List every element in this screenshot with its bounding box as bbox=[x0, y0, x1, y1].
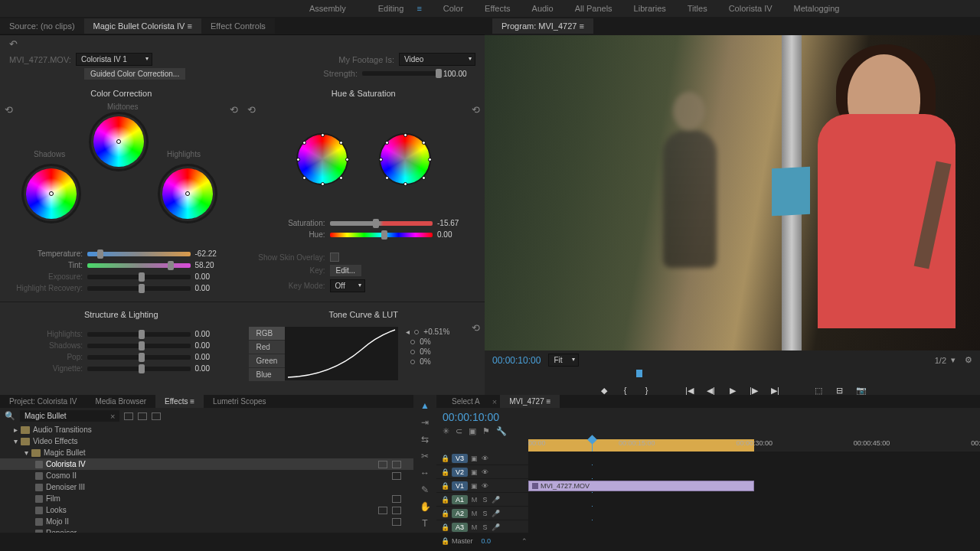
solo-icon[interactable]: S bbox=[481, 509, 489, 517]
ws-metalogging[interactable]: Metalogging bbox=[783, 4, 851, 13]
toggle-output-icon[interactable]: ▣ bbox=[470, 454, 479, 462]
eye-icon[interactable]: 👁 bbox=[481, 481, 489, 490]
track-badge[interactable]: A3 bbox=[452, 523, 468, 532]
tree-item[interactable]: Renoiser bbox=[0, 527, 413, 533]
tab-effect-controls[interactable]: Effect Controls bbox=[201, 18, 275, 34]
disclosure-icon[interactable]: ▾ bbox=[14, 437, 18, 445]
eye-icon[interactable]: 👁 bbox=[481, 454, 489, 462]
track-header[interactable]: 🔒 A3 M S 🎤 bbox=[436, 523, 528, 532]
guided-correction-button[interactable]: Guided Color Correction... bbox=[84, 68, 185, 80]
tree-item[interactable]: Film bbox=[0, 493, 413, 504]
tab-project[interactable]: Project: Colorista IV bbox=[0, 395, 86, 408]
tab-media-browser[interactable]: Media Browser bbox=[86, 395, 155, 408]
video-preview[interactable] bbox=[485, 35, 980, 350]
lock-icon[interactable]: 🔒 bbox=[441, 523, 449, 531]
slider[interactable] bbox=[87, 263, 191, 268]
toggle-output-icon[interactable]: ▣ bbox=[470, 481, 479, 490]
track-header[interactable]: 🔒 V1 ▣ 👁 bbox=[436, 481, 528, 491]
hand-tool-icon[interactable]: ✋ bbox=[419, 500, 431, 513]
tab-effects[interactable]: Effects ≡ bbox=[155, 395, 204, 408]
type-tool-icon[interactable]: T bbox=[419, 517, 431, 530]
pen-tool-icon[interactable]: ✎ bbox=[419, 484, 431, 496]
slider[interactable] bbox=[330, 221, 433, 226]
slider[interactable] bbox=[330, 233, 433, 237]
curve-channel-red[interactable]: Red bbox=[249, 341, 286, 354]
curve-pct-dot[interactable] bbox=[414, 330, 419, 334]
solo-icon[interactable]: S bbox=[481, 495, 489, 504]
tree-item[interactable]: Denoiser III bbox=[0, 481, 413, 493]
tab-lumetri[interactable]: Lumetri Scopes bbox=[204, 395, 275, 408]
footage-dropdown[interactable]: Video bbox=[399, 53, 475, 66]
track-badge[interactable]: A2 bbox=[452, 509, 468, 518]
key-edit-button[interactable]: Edit... bbox=[330, 265, 362, 276]
master-track-header[interactable]: 🔒Master0.0⌃ bbox=[436, 536, 528, 545]
lock-icon[interactable]: 🔒 bbox=[441, 536, 449, 545]
ws-assembly[interactable]: Assembly bbox=[299, 4, 357, 13]
ws-audio[interactable]: Audio bbox=[521, 4, 564, 13]
slider[interactable] bbox=[87, 286, 191, 291]
mute-icon[interactable]: M bbox=[470, 495, 479, 504]
effects-search-input[interactable] bbox=[20, 410, 119, 422]
track-lane[interactable] bbox=[528, 452, 980, 465]
track-header[interactable]: 🔒 V3 ▣ 👁 bbox=[436, 454, 528, 463]
tc-reset-icon[interactable]: ⟲ bbox=[472, 322, 480, 334]
ws-editing[interactable]: Editing ≡ bbox=[357, 4, 433, 13]
curve-channel-green[interactable]: Green bbox=[249, 354, 286, 368]
disclosure-icon[interactable]: ▾ bbox=[24, 448, 28, 457]
mute-icon[interactable]: M bbox=[470, 509, 479, 517]
slider[interactable] bbox=[87, 355, 191, 360]
ws-effects[interactable]: Effects bbox=[474, 4, 521, 13]
slider[interactable] bbox=[87, 344, 191, 348]
disclosure-icon[interactable]: ▸ bbox=[14, 425, 18, 434]
tone-curve[interactable] bbox=[285, 327, 398, 380]
voice-icon[interactable]: 🎤 bbox=[492, 509, 500, 517]
expand-icon[interactable]: ⌃ bbox=[520, 536, 528, 545]
preset-box-icon[interactable] bbox=[124, 412, 133, 420]
voice-icon[interactable]: 🎤 bbox=[492, 523, 500, 531]
timeline-tab-selecta[interactable]: Select A bbox=[443, 395, 489, 408]
resolution-chevron-icon[interactable]: ▾ bbox=[951, 355, 956, 365]
tab-source[interactable]: Source: (no clips) bbox=[0, 18, 84, 34]
selection-tool-icon[interactable]: ▲ bbox=[419, 399, 431, 412]
track-select-tool-icon[interactable]: ⇥ bbox=[419, 416, 431, 429]
timeline-ruler[interactable]: 00:00 00:00:15:00 00:00:30:00 00:00:45:0… bbox=[528, 439, 980, 452]
tree-item[interactable]: Looks bbox=[0, 504, 413, 516]
track-lane[interactable]: MVI_4727.MOV bbox=[528, 479, 980, 492]
lock-icon[interactable]: 🔒 bbox=[441, 495, 449, 504]
track-lane[interactable] bbox=[528, 507, 980, 520]
midtones-wheel[interactable] bbox=[89, 112, 149, 171]
curve-channel-rgb[interactable]: RGB bbox=[249, 327, 286, 341]
lock-icon[interactable]: 🔒 bbox=[441, 509, 449, 517]
ws-allpanels[interactable]: All Panels bbox=[564, 4, 623, 13]
link-icon[interactable]: ⊂ bbox=[456, 426, 462, 436]
wrench-icon[interactable]: 🔧 bbox=[496, 426, 507, 436]
track-badge[interactable]: V1 bbox=[452, 481, 468, 491]
eye-icon[interactable]: 👁 bbox=[481, 468, 489, 476]
ws-titles[interactable]: Titles bbox=[677, 4, 718, 13]
slider[interactable] bbox=[87, 252, 191, 256]
lock-icon[interactable]: 🔒 bbox=[441, 454, 449, 462]
timeline-tab-mvi[interactable]: MVI_4727 ≡ bbox=[500, 395, 560, 408]
hue-wheel-2[interactable] bbox=[379, 133, 431, 185]
preset-box-icon[interactable] bbox=[138, 412, 147, 420]
slider[interactable] bbox=[87, 275, 191, 279]
track-badge[interactable]: V3 bbox=[452, 454, 468, 463]
toggle-output-icon[interactable]: ▣ bbox=[470, 468, 479, 476]
track-lane[interactable] bbox=[528, 465, 980, 478]
razor-tool-icon[interactable]: ✂ bbox=[419, 450, 431, 462]
curve-pct-arrow-icon[interactable]: ◂ bbox=[406, 328, 410, 336]
keymode-dropdown[interactable]: Off bbox=[330, 279, 365, 292]
tree-item[interactable]: Cosmo II bbox=[0, 470, 413, 481]
tree-item[interactable]: ▾Video Effects bbox=[0, 435, 413, 447]
track-header[interactable]: 🔒 A1 M S 🎤 bbox=[436, 495, 528, 504]
track-header[interactable]: 🔒 A2 M S 🎤 bbox=[436, 509, 528, 518]
lock-icon[interactable]: 🔒 bbox=[441, 468, 449, 476]
tree-item[interactable]: Mojo II bbox=[0, 516, 413, 527]
slider[interactable] bbox=[87, 332, 191, 337]
shadows-wheel[interactable] bbox=[21, 164, 81, 223]
marker-icon[interactable]: ▣ bbox=[469, 426, 476, 436]
voice-icon[interactable]: 🎤 bbox=[492, 495, 500, 504]
track-lane[interactable] bbox=[528, 520, 980, 533]
lock-icon[interactable]: 🔒 bbox=[441, 481, 449, 490]
ws-libraries[interactable]: Libraries bbox=[623, 4, 677, 13]
